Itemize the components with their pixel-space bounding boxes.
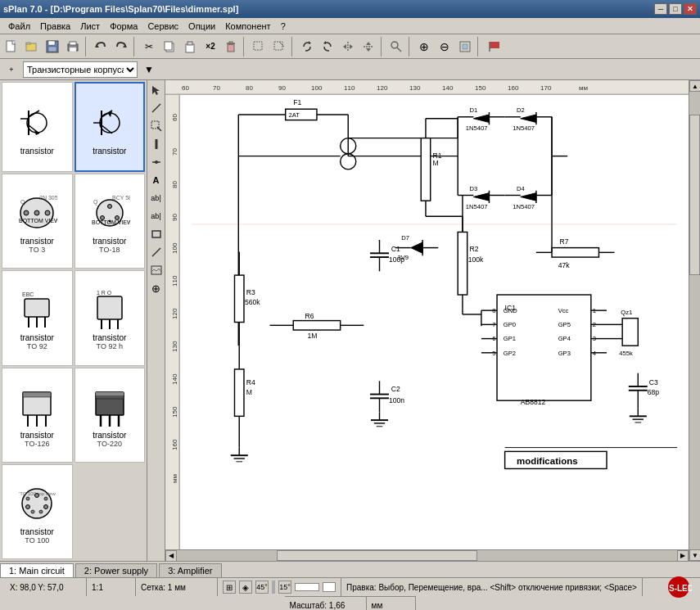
select1-button[interactable] (249, 37, 269, 56)
tool-rect[interactable] (148, 226, 165, 242)
comp-dropdown-button[interactable]: ▼ (139, 60, 159, 79)
print-button[interactable] (63, 37, 83, 56)
component-item-to3[interactable]: Q 2N 3055 BOTTOM VIEW transistor TO 3 (2, 174, 73, 269)
svg-text:140: 140 (171, 373, 178, 385)
comp-sublabel-to126: TO-126 (25, 440, 49, 448)
save-button[interactable] (43, 37, 62, 56)
menu-form[interactable]: Форма (105, 20, 142, 33)
mirror-h-button[interactable] (338, 37, 358, 56)
svg-rect-68 (97, 296, 122, 319)
svg-text:D4: D4 (517, 185, 526, 192)
component-item-to92h[interactable]: 1 R O transistor TO 92 h (75, 270, 146, 365)
close-button[interactable]: ✕ (684, 3, 697, 15)
ruler-left: 60 70 80 90 100 110 120 130 140 150 160 … (165, 95, 180, 549)
tool-image[interactable] (148, 262, 165, 278)
tool-text[interactable]: A (148, 172, 165, 188)
tab-power-supply[interactable]: 2: Power supply (75, 563, 157, 577)
canvas-area[interactable]: 60 70 80 90 100 110 120 130 140 150 160 … (165, 80, 689, 549)
svg-point-87 (35, 493, 39, 497)
mirror-v-button[interactable] (359, 37, 378, 56)
select2-button[interactable] (269, 37, 289, 56)
svg-text:R4: R4 (246, 378, 255, 386)
component-item-transistor1[interactable]: transistor (2, 82, 73, 172)
redo-button[interactable] (111, 37, 131, 56)
undo-button[interactable] (91, 37, 111, 56)
component-item-to220[interactable]: transistor TO-220 (75, 368, 146, 463)
rotate-cw-button[interactable] (297, 37, 317, 56)
tool-connect[interactable] (148, 154, 165, 170)
comp-add-button[interactable]: + (2, 60, 21, 79)
svg-point-89 (31, 510, 34, 513)
svg-text:80: 80 (246, 84, 253, 92)
tool-zoom-area[interactable] (148, 118, 165, 134)
svg-point-92 (44, 497, 47, 500)
svg-text:70: 70 (171, 148, 178, 156)
svg-text:C2: C2 (391, 385, 400, 393)
menu-help[interactable]: ? (276, 20, 291, 33)
canvas-wrapper: 60 70 80 90 100 110 120 130 140 150 160 … (165, 80, 700, 561)
hint-text: Правка: Выбор, Перемещение, вра... <Shif… (341, 578, 643, 596)
svg-rect-171 (421, 138, 430, 201)
tool-text3[interactable]: ab| (148, 208, 165, 224)
menu-options[interactable]: Опции (183, 20, 220, 33)
component-item-transistor2[interactable]: transistor (75, 82, 146, 172)
component-item-to92[interactable]: EBC transistor TO 92 (2, 270, 73, 365)
dup-button[interactable]: ×2 (201, 37, 220, 56)
menu-service[interactable]: Сервис (142, 20, 183, 33)
left-toolbar: A ab| ab| ⊕ (147, 80, 165, 561)
copy-button[interactable] (160, 37, 179, 56)
svg-point-59 (100, 216, 104, 220)
svg-text:60: 60 (182, 84, 189, 92)
coords-display2: Масштаб: 1,66 (285, 597, 367, 610)
tab-amplifier[interactable]: 3: Amplifier (159, 563, 221, 577)
search-button[interactable] (386, 37, 406, 56)
tool-bus[interactable] (148, 136, 165, 152)
angle45-icon[interactable]: 45° (255, 581, 269, 594)
svg-text:60: 60 (171, 114, 178, 121)
snap-icon2[interactable]: ◈ (239, 581, 252, 594)
component-item-to18[interactable]: BCY 58 BOTTOM VIEW Q transistor TO-18 (75, 174, 146, 269)
scroll-up-button[interactable]: ▲ (689, 80, 700, 92)
horizontal-scroll-track[interactable] (177, 550, 677, 561)
component-item-to126[interactable]: transistor TO-126 (2, 368, 73, 463)
paste-button[interactable] (180, 37, 200, 56)
new-button[interactable] (2, 37, 21, 56)
svg-rect-13 (165, 42, 172, 50)
scale-display: 1:1 (87, 578, 136, 596)
minimize-button[interactable]: ─ (654, 3, 667, 15)
menu-edit[interactable]: Правка (35, 20, 75, 33)
tool-wire[interactable] (148, 100, 165, 116)
component-grid: transistor transistor (0, 80, 147, 561)
tool-select[interactable] (148, 82, 165, 98)
component-item-to100[interactable]: 'TO 100 top view transistor TO 100 (2, 464, 73, 559)
open-button[interactable] (22, 37, 42, 56)
cut-button[interactable]: ✂ (139, 37, 159, 56)
tool-line[interactable] (148, 244, 165, 260)
scroll-left-button[interactable]: ◀ (165, 550, 177, 562)
svg-text:100n: 100n (389, 396, 404, 404)
snap-icon[interactable]: ⊞ (223, 581, 236, 594)
menu-component[interactable]: Компонент (220, 20, 275, 33)
component-selector-dropdown[interactable]: Транзисторные корпуса Конденсаторы Резис… (23, 61, 138, 78)
svg-line-21 (279, 42, 284, 47)
svg-text:1N5407: 1N5407 (466, 124, 488, 132)
svg-text:560k: 560k (245, 298, 260, 306)
delete-button[interactable] (221, 37, 241, 56)
flag-button[interactable] (483, 37, 503, 56)
vertical-scroll-track[interactable] (689, 92, 700, 549)
zoom-fit-button[interactable] (455, 37, 475, 56)
angle15-icon[interactable]: 15° (278, 581, 291, 594)
tool-text2[interactable]: ab| (148, 190, 165, 206)
svg-text:110: 110 (344, 84, 355, 92)
scroll-down-button[interactable]: ▼ (689, 549, 700, 561)
tool-zoom[interactable]: ⊕ (148, 280, 165, 296)
scroll-right-button[interactable]: ▶ (677, 550, 689, 562)
zoom-out-button[interactable]: ⊖ (435, 37, 454, 56)
menu-file[interactable]: Файл (3, 20, 35, 33)
zoom-in-button[interactable]: ⊕ (414, 37, 434, 56)
menu-sheet[interactable]: Лист (75, 20, 105, 33)
maximize-button[interactable]: □ (669, 3, 682, 15)
rotate-ccw-button[interactable] (318, 37, 337, 56)
svg-marker-25 (343, 44, 346, 49)
tab-main-circuit[interactable]: 1: Main circuit (0, 563, 74, 577)
